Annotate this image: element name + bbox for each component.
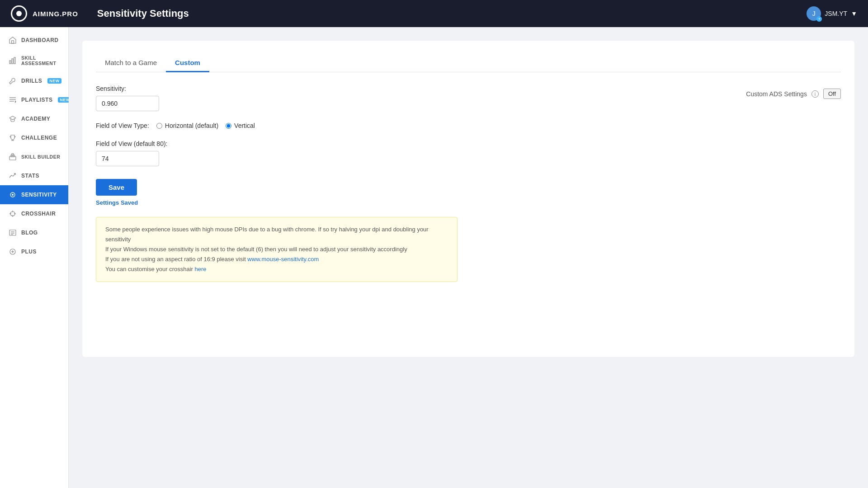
content-card: Match to a Game Custom Sensitivity: Cust… (82, 41, 854, 357)
notice-line4: You can customise your crosshair here (105, 264, 448, 274)
user-plus-icon: + (816, 16, 822, 22)
sidebar-item-skill-builder[interactable]: SKILL BUILDER (0, 147, 68, 166)
main-content: Match to a Game Custom Sensitivity: Cust… (69, 27, 868, 488)
tab-match-to-game[interactable]: Match to a Game (96, 54, 166, 72)
sensitivity-row: Sensitivity: Custom ADS Settings i Off (96, 85, 841, 111)
chevron-down-icon: ▼ (851, 10, 857, 17)
fov-type-label: Field of View Type: (96, 122, 149, 129)
home-icon (9, 36, 17, 44)
sidebar-item-sensitivity[interactable]: SENSITIVITY (0, 185, 68, 204)
notice-line3: If you are not using an aspect ratio of … (105, 254, 448, 264)
sidebar-item-blog[interactable]: BLOG (0, 223, 68, 242)
ads-settings-group: Custom ADS Settings i Off (746, 89, 841, 99)
crosshair-icon (9, 210, 17, 218)
sidebar-item-academy[interactable]: ACADEMY (0, 109, 68, 128)
sidebar-item-crosshair[interactable]: CROSSHAIR (0, 204, 68, 223)
logo-inner-dot (16, 11, 22, 16)
blog-icon (9, 229, 17, 237)
notice-line2: If your Windows mouse sensitivity is not… (105, 244, 448, 254)
svg-rect-3 (14, 57, 15, 64)
sidebar-label-challenge: CHALLENGE (21, 135, 57, 141)
sidebar-label-dashboard: DASHBOARD (21, 37, 59, 43)
sidebar-label-academy: ACADEMY (21, 116, 50, 122)
sidebar-label-crosshair: CROSSHAIR (21, 211, 56, 217)
trophy-icon (9, 134, 17, 142)
svg-marker-7 (15, 100, 16, 103)
fov-input[interactable] (96, 151, 159, 166)
fov-type-group: Field of View Type: Horizontal (default)… (96, 122, 841, 129)
mouse-sensitivity-link[interactable]: www.mouse-sensitivity.com (247, 256, 319, 263)
sidebar-item-skill-assessment[interactable]: SKILL ASSESSMENT (0, 50, 68, 71)
chart-icon (9, 56, 17, 65)
svg-point-15 (12, 194, 14, 196)
fov-horizontal-label: Horizontal (default) (165, 122, 218, 129)
sensitivity-group: Sensitivity: (96, 85, 159, 111)
sensitivity-icon (9, 191, 17, 199)
graduation-icon (9, 115, 17, 123)
tabs-container: Match to a Game Custom (96, 54, 841, 72)
sidebar-label-plus: PLUS (21, 249, 37, 255)
save-button[interactable]: Save (96, 179, 137, 196)
sidebar-label-blog: BLOG (21, 230, 38, 236)
fov-horizontal-radio[interactable] (156, 123, 162, 129)
header-left: AIMING.PRO Sensitivity Settings (11, 5, 189, 22)
layout: DASHBOARD SKILL ASSESSMENT DRILLS NEW (0, 27, 868, 488)
sensitivity-input[interactable] (96, 96, 159, 111)
list-icon (9, 96, 17, 104)
builder-icon (9, 153, 17, 161)
sidebar-item-dashboard[interactable]: DASHBOARD (0, 31, 68, 50)
ads-label: Custom ADS Settings (746, 90, 807, 98)
info-icon[interactable]: i (811, 90, 819, 98)
plus-circle-icon (9, 248, 17, 256)
svg-rect-1 (9, 61, 11, 64)
ads-toggle-button[interactable]: Off (823, 89, 841, 99)
fov-vertical-option[interactable]: Vertical (226, 122, 255, 129)
sidebar-label-skill-assessment: SKILL ASSESSMENT (21, 55, 61, 66)
sensitivity-label: Sensitivity: (96, 85, 159, 92)
sidebar-label-drills: DRILLS (21, 78, 42, 84)
stats-icon (9, 172, 17, 180)
sidebar-label-stats: STATS (21, 173, 39, 179)
sidebar-label-playlists: PLAYLISTS (21, 97, 52, 103)
logo-text: AIMING.PRO (33, 10, 78, 18)
fov-horizontal-option[interactable]: Horizontal (default) (156, 122, 218, 129)
drills-new-badge: NEW (47, 78, 61, 84)
notice-box: Some people experience issues with high … (96, 217, 458, 282)
fov-vertical-radio[interactable] (226, 123, 231, 129)
sidebar-label-sensitivity: SENSITIVITY (21, 192, 57, 198)
sidebar-item-plus[interactable]: PLUS (0, 242, 68, 261)
fov-vertical-label: Vertical (234, 122, 255, 129)
svg-rect-0 (12, 41, 14, 43)
notice-line1: Some people experience issues with high … (105, 225, 448, 244)
logo-icon (11, 5, 27, 22)
svg-marker-8 (9, 116, 16, 120)
sidebar-item-challenge[interactable]: CHALLENGE (0, 128, 68, 147)
sidebar-label-skill-builder: SKILL BUILDER (21, 154, 60, 160)
settings-saved-message: Settings Saved (96, 199, 841, 206)
svg-rect-2 (12, 59, 13, 64)
user-menu[interactable]: J + JSM.YT ▼ (807, 6, 857, 21)
fov-value-group: Field of View (default 80): (96, 140, 841, 166)
app-header: AIMING.PRO Sensitivity Settings J + JSM.… (0, 0, 868, 27)
sidebar: DASHBOARD SKILL ASSESSMENT DRILLS NEW (0, 27, 69, 488)
sidebar-item-playlists[interactable]: PLAYLISTS NEW (0, 90, 68, 109)
sidebar-item-drills[interactable]: DRILLS NEW (0, 71, 68, 90)
username: JSM.YT (825, 10, 847, 17)
sidebar-item-stats[interactable]: STATS (0, 166, 68, 185)
avatar: J + (807, 6, 821, 21)
page-title: Sensitivity Settings (97, 8, 189, 19)
wrench-icon (9, 77, 17, 85)
crosshair-here-link[interactable]: here (195, 266, 207, 272)
tab-custom[interactable]: Custom (166, 54, 209, 72)
fov-label: Field of View (default 80): (96, 140, 841, 147)
save-section: Save Settings Saved (96, 179, 841, 206)
